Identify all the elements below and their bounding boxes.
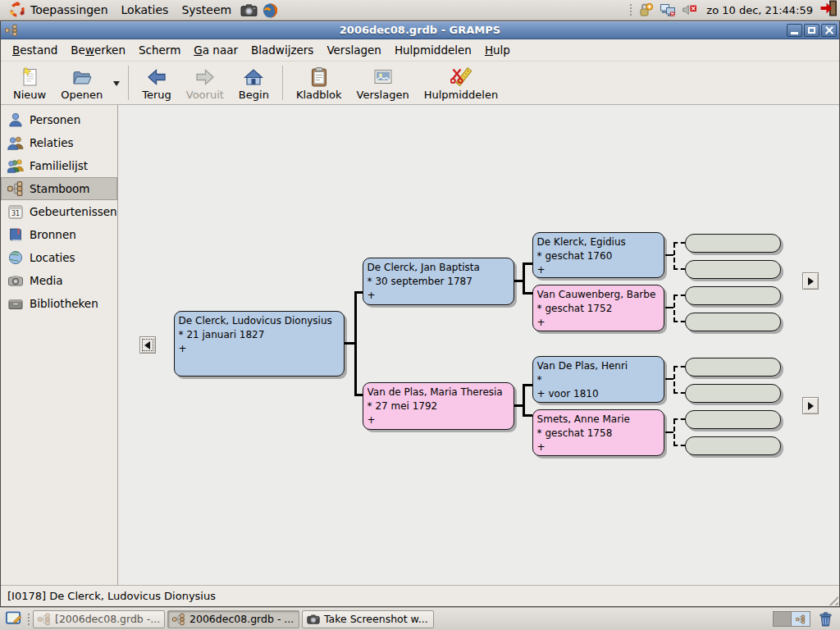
toolbar-button-label: Verslagen [357, 89, 409, 101]
sidebar-item-label: Relaties [30, 136, 74, 149]
toolbar-begin-button[interactable]: Begin [231, 64, 276, 103]
toolbar-openen-button[interactable]: Openen [53, 64, 110, 103]
sidebar-item-gebeurtenissen[interactable]: 31Gebeurtenissen [1, 200, 117, 223]
menu-ga-naar[interactable]: Ga naar [187, 40, 244, 60]
task-button-2006dec08-grdb[interactable]: [2006dec08.grdb -... [33, 610, 165, 628]
home-icon [243, 66, 264, 88]
family-connector-line [523, 262, 532, 265]
sidebar-item-bibliotheken[interactable]: Bibliotheken [1, 292, 117, 315]
network-offline-icon [660, 2, 676, 18]
panel-menu-toepassingen[interactable]: Toepassingen [2, 1, 115, 20]
launcher-firefox-icon[interactable] [261, 1, 279, 19]
person-grandmother-paternal[interactable]: Van Cauwenberg, Barbe* geschat 1752+ [532, 285, 664, 331]
person-mother[interactable]: Van de Plas, Maria Theresia* 27 mei 1792… [363, 382, 514, 430]
person-grandfather-maternal[interactable]: Van De Plas, Henri*+ voor 1810 [532, 356, 664, 403]
menu-verslagen[interactable]: Verslagen [320, 40, 388, 60]
pedigree-scroll-right-bottom-button[interactable] [802, 397, 819, 414]
sidebar-item-relaties[interactable]: Relaties [1, 131, 117, 154]
person-name: De Clerck, Ludovicus Dionysius [179, 314, 340, 328]
menu-scherm[interactable]: Scherm [132, 40, 187, 60]
person-birth-line: * geschat 1752 [537, 302, 660, 316]
unknown-ancestor-connector [673, 445, 685, 446]
status-network-offline-icon[interactable] [660, 2, 678, 18]
back-arrow-icon [146, 66, 167, 88]
task-button-2006dec08-grdb[interactable]: 2006dec08.grdb - ... [167, 610, 299, 628]
sidebar-item-bronnen[interactable]: Bronnen [1, 223, 117, 246]
pedigree-icon [7, 180, 24, 197]
menu-bladwijzers[interactable]: Bladwijzers [244, 40, 320, 60]
workspace-2[interactable] [792, 612, 810, 626]
minimize-button[interactable] [787, 24, 802, 37]
menu-hulp[interactable]: Hulp [478, 40, 517, 60]
panel-clock[interactable]: zo 10 dec, 21:44:59 [705, 4, 815, 16]
person-name: De Clerck, Jan Baptista [368, 261, 509, 275]
toolbar-button-label: Openen [61, 89, 103, 101]
person-death-line: + [179, 342, 340, 356]
status-keyring-update-icon[interactable] [637, 2, 655, 18]
person-birth-line: * 30 september 1787 [368, 275, 509, 289]
person-death-line: + [368, 289, 509, 303]
toolbar-nieuw-button[interactable]: Nieuw [6, 64, 53, 103]
menu-bewerken[interactable]: Bewerken [64, 40, 132, 60]
sidebar-item-label: Personen [30, 113, 80, 126]
task-button-take-screenshot-w[interactable]: Take Screenshot w... [302, 610, 434, 628]
person-death-line: + [368, 413, 509, 427]
unknown-ancestor-connector [673, 419, 675, 446]
menu-bestand[interactable]: Bestand [6, 40, 64, 60]
status-volume-muted-icon[interactable] [682, 2, 700, 18]
trash-icon [817, 610, 834, 628]
sidebar-item-label: Stamboom [30, 182, 90, 195]
toolbar-openen-dropdown-button[interactable] [110, 65, 122, 101]
panel-menu-systeem[interactable]: Systeem [175, 1, 238, 20]
toolbar-terug-button[interactable]: Terug [135, 64, 179, 103]
menubar: BestandBewerkenSchermGa naarBladwijzersV… [1, 39, 839, 62]
sidebar-item-label: Bibliotheken [30, 297, 98, 310]
family-connector-line [523, 384, 525, 417]
person-main[interactable]: De Clerck, Ludovicus Dionysius* 21 janua… [174, 311, 345, 377]
screenshot-camera-icon [240, 2, 258, 19]
family-connector-line [523, 384, 532, 386]
close-button[interactable] [821, 24, 837, 37]
person-grandfather-paternal[interactable]: De Klerck, Egidius* geschat 1760+ [532, 232, 664, 278]
person-birth-line: * geschat 1758 [537, 427, 660, 441]
window-titlebar[interactable]: 2006dec08.grdb - GRAMPS [1, 21, 839, 39]
sidebar-item-stamboom[interactable]: Stamboom [1, 177, 117, 200]
firefox-icon [262, 2, 279, 19]
menu-hulpmiddelen[interactable]: Hulpmiddelen [388, 40, 478, 60]
resize-grip[interactable] [826, 593, 838, 605]
panel-menu-lokaties[interactable]: Lokaties [115, 1, 176, 20]
toolbar-button-label: Vooruit [186, 89, 224, 101]
workspace-1[interactable] [774, 612, 792, 626]
panel-grip-handle[interactable] [629, 3, 632, 16]
maximize-button[interactable] [804, 24, 819, 37]
top-panel: ToepassingenLokatiesSysteem zo 10 dec, 2… [0, 0, 840, 21]
sidebar-item-personen[interactable]: Personen [1, 108, 117, 131]
unknown-ancestor-connector [673, 268, 685, 270]
launcher-screenshot-camera-icon[interactable] [240, 1, 258, 19]
person-death-line: + [537, 316, 660, 330]
show-desktop-button[interactable] [2, 609, 25, 629]
toolbar-verslagen-button[interactable]: Verslagen [349, 64, 417, 103]
toolbar-hulpmiddelen-button[interactable]: Hulpmiddelen [417, 64, 506, 103]
maximize-icon [808, 27, 815, 34]
person-birth-line: * 27 mei 1792 [368, 399, 509, 413]
view-sidebar: PersonenRelatiesFamilielijstStamboom31Ge… [1, 105, 118, 585]
gramps-icon [172, 613, 185, 626]
sidebar-item-locaties[interactable]: Locaties [1, 246, 117, 269]
sidebar-item-media[interactable]: Media [1, 269, 117, 292]
person-icon [7, 112, 24, 128]
person-grandmother-maternal[interactable]: Smets, Anne Marie* geschat 1758+ [532, 409, 664, 456]
pedigree-scroll-right-top-button[interactable] [802, 272, 819, 290]
minimize-icon [791, 32, 798, 34]
new-document-icon [19, 66, 40, 88]
toolbar-button-label: Terug [142, 89, 171, 101]
sidebar-item-familielijst[interactable]: Familielijst [1, 154, 117, 177]
family-connector-line [354, 291, 363, 294]
toolbar-kladblok-button[interactable]: Kladblok [289, 64, 349, 103]
person-death-line: + [537, 263, 660, 277]
trash-applet[interactable] [815, 610, 835, 628]
unknown-ancestor-connector [665, 378, 673, 380]
pedigree-scroll-left-button[interactable] [139, 336, 156, 354]
logout-button[interactable] [819, 0, 838, 21]
person-father[interactable]: De Clerck, Jan Baptista* 30 september 17… [363, 258, 514, 305]
